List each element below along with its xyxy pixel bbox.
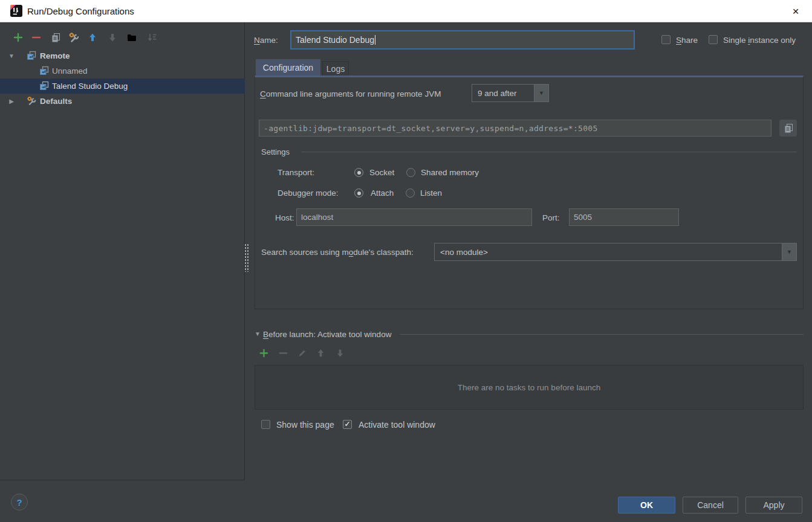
help-icon: ? [16, 497, 22, 507]
window-title: Run/Debug Configurations [27, 6, 134, 16]
show-this-page-checkbox[interactable] [261, 420, 270, 429]
chevron-right-icon[interactable]: ▶ [8, 98, 15, 105]
combobox-arrow-icon[interactable]: ▼ [782, 243, 796, 260]
tree-item-label: Remote [40, 51, 70, 60]
search-sources-label: Search sources using module's classpath: [261, 248, 414, 257]
settings-separator [301, 152, 797, 152]
remote-config-icon [27, 51, 36, 60]
help-button[interactable]: ? [11, 494, 28, 511]
debugger-mode-label: Debugger mode: [278, 188, 339, 198]
create-folder-button[interactable] [126, 32, 137, 43]
single-instance-label: Single instance only [723, 36, 796, 45]
check-icon: ✓ [344, 420, 350, 428]
remote-config-icon [39, 66, 49, 76]
transport-socket-label: Socket [369, 168, 394, 177]
before-launch-separator [400, 334, 804, 335]
jvm-version-combobox[interactable]: 9 and after ▼ [472, 84, 549, 102]
ok-button[interactable]: OK [618, 497, 675, 514]
remove-configuration-button[interactable] [31, 32, 42, 43]
show-this-page-label: Show this page [276, 420, 334, 430]
host-label: Host: [275, 213, 294, 222]
share-label: Share [676, 36, 698, 45]
agentlib-arguments-field[interactable]: -agentlib:jdwp=transport=dt_socket,serve… [259, 120, 771, 137]
move-up-button[interactable] [87, 32, 98, 43]
tree-item-label: Unnamed [52, 66, 88, 76]
remove-task-button[interactable] [278, 347, 288, 358]
move-down-button[interactable] [107, 32, 118, 43]
port-input[interactable]: 5005 [569, 208, 679, 226]
module-classpath-combobox[interactable]: <no module> ▼ [434, 243, 797, 261]
tab-logs[interactable]: Logs [322, 61, 349, 76]
name-input-value: Talend Studio Debug [296, 35, 374, 45]
transport-label: Transport: [278, 168, 314, 177]
port-label: Port: [542, 213, 560, 222]
text-caret [375, 35, 375, 45]
copy-arguments-button[interactable] [779, 120, 797, 137]
transport-shared-memory-radio[interactable] [406, 168, 415, 177]
window-titlebar: Run/Debug Configurations × [0, 0, 812, 22]
share-checkbox[interactable] [661, 35, 671, 44]
before-launch-expander-icon[interactable]: ▼ [254, 330, 261, 337]
copy-configuration-button[interactable] [50, 32, 61, 43]
debugger-mode-listen-label: Listen [420, 188, 442, 198]
activate-tool-window-checkbox[interactable]: ✓ [343, 420, 352, 429]
debugger-mode-attach-label: Attach [371, 188, 394, 198]
apply-button[interactable]: Apply [745, 497, 802, 514]
intellij-logo-icon [10, 5, 22, 17]
chevron-down-icon[interactable]: ▼ [8, 53, 15, 59]
defaults-wrench-icon [27, 96, 36, 106]
cancel-button[interactable]: Cancel [683, 497, 738, 514]
edit-task-button[interactable] [296, 347, 307, 358]
debugger-mode-attach-radio[interactable] [354, 188, 363, 198]
transport-shared-memory-label: Shared memory [421, 168, 479, 177]
move-task-down-button[interactable] [334, 347, 345, 358]
edit-defaults-button[interactable] [68, 32, 79, 43]
name-input[interactable]: Talend Studio Debug [290, 30, 635, 50]
settings-section-title: Settings [261, 147, 290, 156]
splitter-grip[interactable] [244, 243, 249, 272]
single-instance-checkbox[interactable] [709, 35, 718, 44]
add-task-button[interactable] [258, 347, 269, 358]
close-icon[interactable]: × [788, 4, 804, 19]
cmdline-label: Command line arguments for running remot… [260, 89, 441, 98]
tasks-empty-panel: There are no tasks to run before launch [255, 365, 804, 410]
transport-socket-radio[interactable] [354, 168, 363, 177]
debugger-mode-listen-radio[interactable] [406, 188, 415, 198]
sort-configurations-button[interactable] [147, 32, 158, 43]
tab-configuration[interactable]: Configuration [256, 59, 320, 76]
tree-item-remote[interactable]: ▼ Remote [0, 48, 245, 63]
add-configuration-button[interactable] [13, 32, 24, 43]
tree-item-label: Defaults [40, 97, 72, 106]
before-launch-title: Before launch: Activate tool window [263, 330, 391, 339]
tree-item-defaults[interactable]: ▶ Defaults [0, 94, 245, 109]
move-task-up-button[interactable] [315, 347, 326, 358]
jvm-version-value: 9 and after [472, 85, 534, 102]
tasks-empty-text: There are no tasks to run before launch [458, 383, 600, 392]
remote-config-icon [39, 81, 49, 91]
name-label: Name: [254, 36, 278, 45]
tree-item-talend-studio-debug[interactable]: Talend Studio Debug [0, 79, 245, 94]
tree-item-unnamed[interactable]: Unnamed [0, 63, 245, 79]
tree-item-label: Talend Studio Debug [52, 82, 128, 91]
module-classpath-value: <no module> [435, 243, 782, 260]
host-input[interactable]: localhost [296, 208, 532, 226]
activate-tool-window-label: Activate tool window [359, 420, 435, 430]
combobox-arrow-icon[interactable]: ▼ [534, 85, 548, 102]
